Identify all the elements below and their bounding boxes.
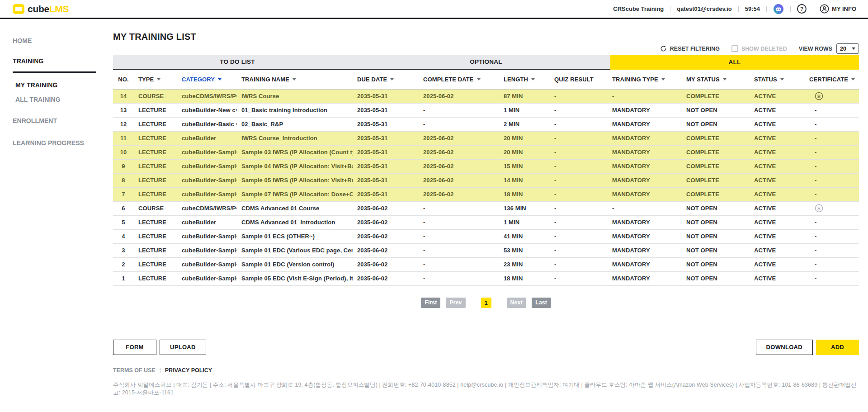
certificate-download-icon[interactable] <box>815 204 823 213</box>
cell-complete-date: 2025-06-02 <box>419 131 499 145</box>
cell-certificate[interactable] <box>805 89 859 103</box>
table-row[interactable]: 8LECTUREcubeBuilder-Sampl⋯Sample 05 IWRS… <box>113 173 859 187</box>
download-button[interactable]: DOWNLOAD <box>756 340 813 355</box>
cell-type: LECTURE <box>134 117 177 131</box>
footer: TERMS OF USE PRIVACY POLICY 주식회사 씨알에스큐브 … <box>113 367 859 397</box>
form-button[interactable]: FORM <box>113 340 156 355</box>
sidebar-item-learning-progress[interactable]: LEARNING PROGRESS <box>13 139 102 147</box>
cell-my-status: COMPLETE <box>682 187 750 201</box>
add-button[interactable]: ADD <box>816 340 859 355</box>
content-area: MY TRAINING LIST RESET FILTERING SHOW DE… <box>102 19 868 411</box>
table-row[interactable]: 13LECTUREcubeBuilder-New c⋯01_Basic trai… <box>113 103 859 117</box>
cell-due-date: 2035-06-02 <box>353 201 419 215</box>
terms-of-use-link[interactable]: TERMS OF USE <box>113 367 156 374</box>
cell-type: COURSE <box>134 201 177 215</box>
column-header-category[interactable]: CATEGORY <box>177 70 237 89</box>
column-header-certificate[interactable]: CERTIFICATE <box>805 70 859 89</box>
column-header-due-date[interactable]: DUE DATE <box>353 70 419 89</box>
tab-optional[interactable]: OPTIONAL <box>362 55 610 70</box>
cell-no: 8 <box>113 173 134 187</box>
cell-due-date: 2035-06-02 <box>353 229 419 243</box>
table-row[interactable]: 6COURSEcubeCDMS/IWRS/P⋯CDMS Advanced 01 … <box>113 201 859 215</box>
cell-certificate[interactable] <box>805 201 859 215</box>
reset-filtering-button[interactable]: RESET FILTERING <box>660 45 720 52</box>
certificate-download-icon[interactable] <box>815 92 823 100</box>
cell-my-status: COMPLETE <box>682 131 750 145</box>
pagination-next-button[interactable]: Next <box>507 298 526 308</box>
bottom-actions-left: FORM UPLOAD <box>113 340 206 355</box>
column-header-my-status[interactable]: MY STATUS <box>682 70 750 89</box>
user-email[interactable]: qatest01@crsdev.io <box>677 5 732 12</box>
cell-category: cubeBuilder-Sampl⋯ <box>177 243 237 257</box>
column-header-length[interactable]: LENGTH <box>499 70 550 89</box>
column-label: DUE DATE <box>357 76 387 83</box>
sidebar-item-all-training[interactable]: ALL TRAINING <box>13 96 102 103</box>
table-row[interactable]: 12LECTUREcubeBuilder-Basic ⋯02_Basic_R&P… <box>113 117 859 131</box>
table-row[interactable]: 1LECTUREcubeBuilder-Sampl⋯Sample 05 EDC … <box>113 271 859 285</box>
table-row[interactable]: 11LECTUREcubeBuilderIWRS Course_Introduc… <box>113 131 859 145</box>
cell-type: COURSE <box>134 89 177 103</box>
sidebar-item-training[interactable]: TRAINING <box>13 57 96 73</box>
column-header-status[interactable]: STATUS <box>750 70 805 89</box>
logo-text: cubeLMS <box>28 4 69 14</box>
sort-caret-icon <box>477 78 481 81</box>
column-label: CERTIFICATE <box>809 76 848 83</box>
pagination-first-button[interactable]: First <box>421 298 440 308</box>
chat-assistant-icon[interactable] <box>773 4 784 14</box>
column-header-type[interactable]: TYPE <box>134 70 177 89</box>
divider <box>766 6 767 12</box>
list-controls: RESET FILTERING SHOW DELETED VIEW ROWS 2… <box>660 43 859 54</box>
cell-training-name: 01_Basic training Introduction <box>237 103 353 117</box>
sidebar-item-my-training[interactable]: MY TRAINING <box>13 81 102 89</box>
cell-status: ACTIVE <box>750 173 805 187</box>
column-label: TRAINING TYPE <box>612 76 658 83</box>
cubelms-logo[interactable]: cubeLMS <box>13 4 69 14</box>
table-row[interactable]: 2LECTUREcubeBuilder-Sampl⋯Sample 01 EDC … <box>113 257 859 271</box>
column-label: TRAINING NAME <box>241 76 289 83</box>
show-deleted-toggle[interactable]: SHOW DELETED <box>731 45 787 52</box>
cell-category: cubeBuilder <box>177 215 237 229</box>
table-row[interactable]: 3LECTUREcubeBuilder-Sampl⋯Sample 01 EDC … <box>113 243 859 257</box>
cell-training-type: MANDATORY <box>608 271 682 285</box>
table-row[interactable]: 9LECTUREcubeBuilder-Sampl⋯Sample 04 IWRS… <box>113 159 859 173</box>
table-row[interactable]: 4LECTUREcubeBuilder-Sampl⋯Sample 01 ECS … <box>113 229 859 243</box>
cell-training-type: MANDATORY <box>608 229 682 243</box>
table-row[interactable]: 7LECTUREcubeBuilder-Sampl⋯Sample 07 IWRS… <box>113 187 859 201</box>
pagination-prev-button[interactable]: Prev <box>446 298 465 308</box>
tab-all[interactable]: ALL <box>610 55 859 70</box>
cell-certificate: - <box>805 257 859 271</box>
cell-complete-date: - <box>419 243 499 257</box>
cell-category: cubeBuilder-Sampl⋯ <box>177 229 237 243</box>
cell-training-type: MANDATORY <box>608 173 682 187</box>
cell-complete-date: 2025-06-02 <box>419 187 499 201</box>
sidebar-item-home[interactable]: HOME <box>13 37 102 44</box>
column-header-training-name[interactable]: TRAINING NAME <box>237 70 353 89</box>
help-icon[interactable]: ? <box>797 4 807 14</box>
upload-button[interactable]: UPLOAD <box>160 340 206 355</box>
cell-certificate: - <box>805 229 859 243</box>
privacy-policy-link[interactable]: PRIVACY POLICY <box>165 367 212 374</box>
cell-training-type: MANDATORY <box>608 215 682 229</box>
sidebar-item-enrollment[interactable]: ENROLLMENT <box>13 117 102 124</box>
my-info-button[interactable]: MY INFO <box>820 4 856 14</box>
cell-training-name: Sample 07 IWRS (IP Allocation: Dose+Cou⋯ <box>237 187 353 201</box>
cell-training-type: MANDATORY <box>608 103 682 117</box>
pagination-current-page[interactable]: 1 <box>481 298 491 308</box>
view-rows-select[interactable]: 20 <box>836 43 859 54</box>
pagination: First Prev 1 Next Last <box>113 298 859 308</box>
cell-complete-date: 2025-06-02 <box>419 145 499 159</box>
show-deleted-checkbox[interactable] <box>731 45 738 52</box>
cell-no: 1 <box>113 271 134 285</box>
cell-complete-date: 2025-06-02 <box>419 159 499 173</box>
table-row[interactable]: 10LECTUREcubeBuilder-Sampl⋯Sample 03 IWR… <box>113 145 859 159</box>
column-header-training-type[interactable]: TRAINING TYPE <box>608 70 682 89</box>
cell-my-status: NOT OPEN <box>682 271 750 285</box>
table-row[interactable]: 14COURSEcubeCDMS/IWRS/P⋯IWRS Course2035-… <box>113 89 859 103</box>
pagination-last-button[interactable]: Last <box>532 298 551 308</box>
cell-type: LECTURE <box>134 187 177 201</box>
tab-to-do-list[interactable]: TO DO LIST <box>113 55 362 70</box>
cell-training-type: MANDATORY <box>608 257 682 271</box>
top-bar: cubeLMS CRScube Training qatest01@crsdev… <box>0 0 868 19</box>
table-row[interactable]: 5LECTUREcubeBuilderCDMS Advanced 01_Intr… <box>113 215 859 229</box>
column-header-complete-date[interactable]: COMPLETE DATE <box>419 70 499 89</box>
